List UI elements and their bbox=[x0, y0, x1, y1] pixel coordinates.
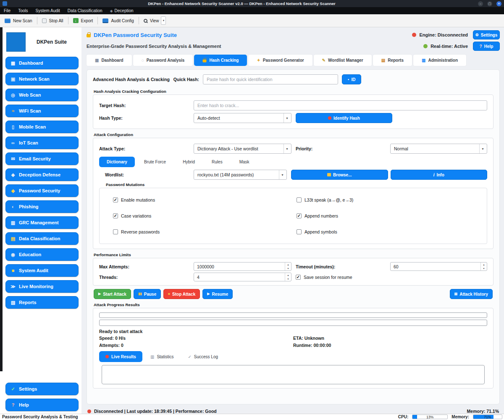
sidebar-item-phishing[interactable]: Phishing bbox=[5, 200, 79, 213]
threads-stepper[interactable]: 4▲▼ bbox=[194, 273, 291, 281]
sidebar-item-network-scan[interactable]: Network Scan bbox=[5, 73, 79, 85]
progress-group: Ready to start attack Speed: 0 H/s ETA: … bbox=[93, 308, 494, 388]
browse-button[interactable]: Browse... bbox=[291, 170, 388, 180]
tab-wordlist-manager[interactable]: ✎Wordlist Manager bbox=[314, 55, 372, 66]
timeout-stepper[interactable]: 60▲▼ bbox=[390, 262, 487, 271]
close-button[interactable]: ✕ bbox=[496, 1, 501, 6]
view-dropdown-button[interactable]: ▼ bbox=[161, 16, 166, 25]
wordlist-select[interactable]: rockyou.txt (14M passwords)▼ bbox=[194, 170, 287, 180]
sidebar-item-live-monitoring[interactable]: Live Monitoring bbox=[5, 280, 79, 293]
spin-up-icon[interactable]: ▲ bbox=[481, 262, 487, 267]
rocket-icon: ▶ bbox=[98, 292, 101, 296]
checkbox-icon[interactable] bbox=[113, 213, 118, 218]
checkbox-enable-mutations[interactable]: Enable mutations bbox=[113, 197, 297, 202]
tab-administration[interactable]: ▥Administration bbox=[413, 55, 466, 66]
subtab-dictionary[interactable]: Dictionary bbox=[99, 157, 135, 167]
sidebar-item-settings[interactable]: Settings bbox=[5, 383, 79, 395]
checkbox-append-numbers[interactable]: Append numbers bbox=[297, 213, 480, 218]
help-button[interactable]: ?Help bbox=[473, 42, 500, 51]
info-button[interactable]: iInfo bbox=[391, 170, 488, 180]
checkbox-reverse-passwords[interactable]: Reverse passwords bbox=[113, 229, 297, 234]
sidebar-item-password-security[interactable]: Password Security bbox=[5, 184, 79, 197]
sidebar-item-web-scan[interactable]: Web Scan bbox=[5, 89, 79, 101]
subtab-brute-force[interactable]: Brute Force bbox=[136, 157, 173, 167]
sidebar-item-grc-management[interactable]: GRC Management bbox=[5, 216, 79, 229]
attack-history-button[interactable]: ▤Attack History bbox=[450, 289, 493, 299]
checkbox-l33t-speak[interactable]: L33t speak (a→@, e→3) bbox=[297, 197, 480, 202]
checkbox-append-symbols[interactable]: Append symbols bbox=[297, 229, 480, 234]
subtab-rules[interactable]: Rules bbox=[204, 157, 230, 167]
titlebar: DKPen - Enhanced Network Security Scanne… bbox=[0, 0, 504, 7]
target-hash-label: Target Hash: bbox=[99, 103, 194, 108]
spin-down-icon[interactable]: ▼ bbox=[481, 267, 487, 271]
sidebar-item-iot-scan[interactable]: IoT Scan bbox=[5, 136, 79, 149]
checkbox-icon[interactable] bbox=[297, 213, 302, 218]
quick-hash-input[interactable] bbox=[203, 74, 338, 84]
export-button[interactable]: ↓Export bbox=[68, 18, 98, 23]
menu-tools[interactable]: Tools bbox=[14, 8, 32, 13]
attack-type-label: Attack Type: bbox=[99, 146, 194, 151]
spin-down-icon[interactable]: ▼ bbox=[285, 267, 291, 271]
app-status-text: Password Security Analysis & Testing bbox=[2, 415, 78, 419]
sidebar-item-help[interactable]: Help bbox=[5, 399, 79, 411]
target-hash-input[interactable] bbox=[194, 100, 487, 110]
new-scan-button[interactable]: New Scan bbox=[0, 18, 37, 23]
audit-config-button[interactable]: Audit Config bbox=[98, 18, 138, 23]
resume-button[interactable]: ▶Resume bbox=[202, 289, 233, 299]
tab-statistics[interactable]: ▥Statistics bbox=[144, 351, 180, 362]
spin-down-icon[interactable]: ▼ bbox=[285, 277, 291, 281]
max-attempts-stepper[interactable]: 1000000▲▼ bbox=[194, 262, 291, 271]
checkbox-icon[interactable] bbox=[297, 229, 302, 234]
mobile-icon bbox=[10, 125, 16, 129]
sidebar-item-mobile-scan[interactable]: Mobile Scan bbox=[5, 121, 79, 133]
sidebar-item-reports[interactable]: Reports bbox=[5, 296, 79, 309]
menu-system-audit[interactable]: System Audit bbox=[32, 8, 63, 13]
sidebar-item-deception-defense[interactable]: Deception Defense bbox=[5, 168, 79, 181]
subtab-mask[interactable]: Mask bbox=[232, 157, 257, 167]
menu-data-classification[interactable]: Data Classification bbox=[64, 8, 106, 13]
menu-file[interactable]: File bbox=[0, 8, 14, 13]
spin-up-icon[interactable]: ▲ bbox=[285, 262, 291, 267]
hash-type-select[interactable]: Auto-detect▼ bbox=[194, 113, 291, 123]
tab-dashboard[interactable]: ▦Dashboard bbox=[87, 55, 132, 66]
quick-id-button[interactable]: ●ID bbox=[342, 74, 361, 84]
stop-attack-button[interactable]: ■Stop Attack bbox=[163, 289, 200, 299]
app-window-icon bbox=[3, 1, 7, 6]
maximize-button[interactable]: ▢ bbox=[487, 1, 492, 6]
tab-reports[interactable]: ▤Reports bbox=[373, 55, 412, 66]
tab-success-log[interactable]: ✓Success Log bbox=[181, 351, 224, 362]
stop-all-button[interactable]: Stop All bbox=[37, 18, 68, 23]
checkbox-icon[interactable] bbox=[113, 229, 118, 234]
minimize-button[interactable]: – bbox=[478, 1, 483, 6]
priority-select[interactable]: Normal▼ bbox=[390, 144, 487, 154]
iot-icon bbox=[10, 141, 16, 145]
tab-password-generator[interactable]: ✦Password Generator bbox=[248, 55, 312, 66]
checkbox-icon[interactable] bbox=[297, 197, 302, 202]
checkbox-icon[interactable] bbox=[296, 275, 301, 280]
attack-type-select[interactable]: Dictionary Attack - Use wordlist▼ bbox=[194, 144, 291, 154]
checkbox-case-variations[interactable]: Case variations bbox=[113, 213, 297, 218]
checkbox-icon[interactable] bbox=[113, 197, 118, 202]
sidebar-item-email-security[interactable]: Email Security bbox=[5, 152, 79, 165]
sidebar-item-dashboard[interactable]: Dashboard bbox=[5, 57, 79, 69]
identify-hash-button[interactable]: Identify Hash bbox=[296, 113, 392, 123]
main-panel: DKPen Password Security Suite Engine: Di… bbox=[81, 27, 504, 414]
live-results-output[interactable] bbox=[102, 365, 485, 384]
view-button[interactable]: View bbox=[139, 18, 164, 23]
sidebar-item-data-classification[interactable]: Data Classification bbox=[5, 232, 79, 245]
settings-button[interactable]: ⚙Settings bbox=[473, 30, 500, 39]
tab-hash-cracking[interactable]: Hash Cracking bbox=[194, 55, 247, 66]
pause-button[interactable]: ▮▮Pause bbox=[134, 289, 161, 299]
menu-deception[interactable]: ◈Deception bbox=[106, 8, 137, 13]
live-monitoring-icon bbox=[10, 284, 16, 289]
checkbox-save-session[interactable]: Save session for resume bbox=[291, 275, 352, 280]
sidebar-item-education[interactable]: Education bbox=[5, 248, 79, 261]
sidebar-item-system-audit[interactable]: System Audit bbox=[5, 264, 79, 277]
start-attack-button[interactable]: ▶Start Attack bbox=[94, 289, 131, 299]
sidebar-item-wifi-scan[interactable]: WiFi Scan bbox=[5, 105, 79, 117]
tab-live-results[interactable]: Live Results bbox=[99, 351, 142, 362]
spin-up-icon[interactable]: ▲ bbox=[285, 273, 291, 277]
users-icon: ▥ bbox=[422, 58, 425, 63]
tab-password-analysis[interactable]: ◌Password Analysis bbox=[133, 55, 193, 66]
subtab-hybrid[interactable]: Hybrid bbox=[175, 157, 202, 167]
